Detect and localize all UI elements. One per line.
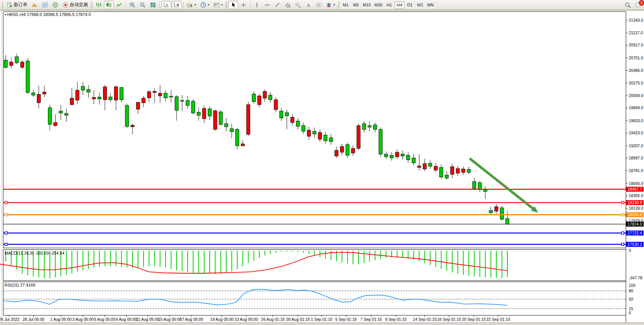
price-tick-label: 20917.0 [629, 43, 643, 47]
text-icon: A [305, 2, 311, 8]
candle-body [258, 96, 261, 105]
notifications-button[interactable]: 1 [635, 2, 642, 8]
timeframe-h1[interactable]: H1 [384, 1, 394, 9]
signals-button[interactable] [50, 1, 60, 9]
crosshair-tool-button[interactable] [239, 1, 249, 9]
macd-bar [149, 251, 150, 266]
label-tool-button[interactable]: T [314, 1, 324, 9]
date-tick-label: 1 Aug 05:00 [50, 317, 72, 322]
line-chart-button[interactable] [114, 1, 124, 9]
price-level-label: 18033.8 [628, 212, 642, 217]
macd-bar [226, 251, 226, 273]
date-tick-label: 23 Aug 05:00 [234, 317, 258, 322]
arrows-tool-button[interactable]: ▾ [324, 1, 337, 9]
macd-bar [160, 251, 161, 267]
macd-bar [99, 251, 100, 267]
chart-shift-button[interactable] [172, 1, 182, 9]
macd-bar [83, 251, 83, 270]
timeframe-m5[interactable]: M5 [351, 1, 361, 9]
market-watch-button[interactable] [40, 1, 50, 9]
candle-body [26, 61, 29, 92]
candle-body [478, 183, 481, 190]
candle-body [346, 145, 349, 155]
candle-body [368, 126, 371, 127]
candle-body [280, 111, 283, 118]
cursor-tool-button[interactable] [228, 1, 238, 9]
candle-body [247, 105, 250, 134]
fibonacci-icon: F [295, 2, 301, 8]
search-icon[interactable] [625, 2, 631, 8]
chart-background[interactable] [0, 10, 644, 323]
line-handle[interactable] [5, 201, 7, 204]
notification-badge: 1 [639, 0, 644, 6]
tile-windows-button[interactable] [148, 1, 158, 9]
candle-body [451, 167, 454, 174]
timeframe-m30[interactable]: M30 [373, 1, 384, 9]
auto-scroll-button[interactable] [161, 1, 171, 9]
horizontal-line-tool-button[interactable] [262, 1, 272, 9]
periods-button[interactable]: ▾ [198, 1, 211, 9]
line-handle[interactable] [622, 213, 624, 216]
timeframe-mn[interactable]: MN [426, 1, 435, 9]
timeframe-m15[interactable]: M15 [361, 1, 372, 9]
timeframe-w1[interactable]: W1 [415, 1, 425, 9]
candle-body [274, 100, 277, 110]
timeframe-m1[interactable]: M1 [341, 1, 351, 9]
candle-body [252, 94, 255, 102]
date-tick-label: 7 Sep 01:15 [360, 317, 382, 322]
macd-bar [193, 251, 194, 273]
indicators-icon [187, 2, 193, 8]
macd-label: MACD(12,26,9) -332.69 -254.64 [5, 251, 64, 255]
toolbar-separator [250, 2, 250, 8]
fibonacci-tool-button[interactable]: F [293, 1, 303, 9]
cursor-icon [230, 2, 236, 8]
line-handle[interactable] [622, 243, 624, 245]
date-tick-label: 5 Sep 01:15 [335, 317, 357, 322]
macd-bar [187, 251, 188, 272]
auto-trading-label: 自动交易 [70, 2, 88, 8]
trendline-tool-button[interactable] [273, 1, 282, 9]
svg-text:T: T [318, 3, 320, 7]
zoom-out-button[interactable] [138, 1, 148, 9]
bar-chart-button[interactable] [94, 1, 104, 9]
profiles-button[interactable] [30, 1, 40, 9]
line-handle[interactable] [5, 232, 7, 234]
candlestick-chart-button[interactable] [104, 1, 114, 9]
timeframe-d1[interactable]: D1 [405, 1, 415, 9]
line-handle[interactable] [5, 243, 7, 245]
channel-tool-button[interactable]: E [283, 1, 293, 9]
vertical-line-tool-button[interactable] [252, 1, 262, 9]
date-tick-label: 28 Jul 05:00 [22, 317, 44, 322]
chart-canvas[interactable]: 21343.021127.020917.020701.020485.020275… [0, 0, 644, 325]
macd-bar [94, 251, 94, 268]
line-handle[interactable] [622, 201, 624, 204]
candle-body [54, 123, 57, 126]
line-handle[interactable] [622, 232, 624, 234]
line-handle[interactable] [5, 213, 7, 216]
text-tool-button[interactable]: A [303, 1, 313, 9]
candle-body [92, 97, 96, 99]
templates-icon [214, 2, 220, 8]
macd-bar [430, 251, 430, 265]
candle-body [114, 87, 118, 100]
zoom-in-button[interactable] [128, 1, 137, 9]
indicators-button[interactable]: ▾ [185, 1, 198, 9]
macd-bar [171, 251, 172, 269]
candle-body [32, 93, 35, 95]
new-order-button[interactable]: 新订单 [5, 1, 29, 9]
templates-button[interactable]: ▾ [212, 1, 225, 9]
chart-menu-icon[interactable]: ▾ [5, 13, 6, 16]
candle-body [219, 112, 222, 124]
auto-trading-button[interactable]: 自动交易 [61, 1, 90, 9]
price-tick-label: 20275.0 [629, 81, 643, 85]
macd-bar [298, 251, 298, 252]
price-tick-label: 20059.0 [629, 93, 643, 98]
candle-body [76, 90, 79, 100]
candle-body [379, 129, 382, 154]
candle-body [225, 124, 228, 127]
market-watch-icon [42, 2, 48, 8]
candle-body [208, 109, 211, 116]
toolbar-grip [338, 2, 340, 8]
candle-body [329, 138, 333, 142]
timeframe-h4[interactable]: H4 [395, 1, 405, 9]
